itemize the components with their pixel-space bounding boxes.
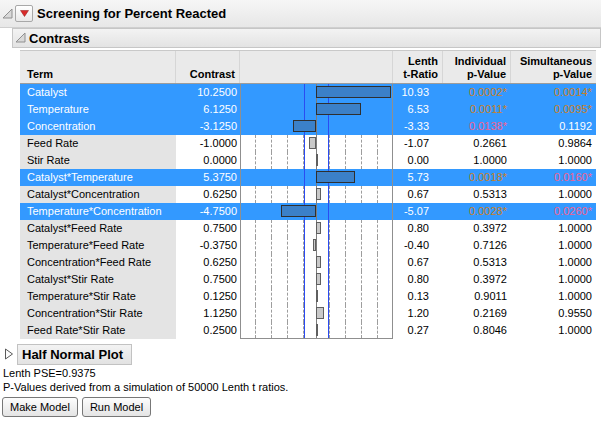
t-ratio-cell: 0.80	[393, 220, 443, 237]
contrast-cell: -1.0000	[176, 135, 240, 152]
half-normal-plot-section-header: Half Normal Plot	[2, 344, 132, 365]
individual-p-value-cell: 0.3972	[443, 271, 511, 288]
contrast-bar	[316, 188, 321, 200]
t-ratio-cell: 10.93	[393, 84, 443, 101]
plot-gridline	[361, 135, 362, 152]
contrasts-table-body: Catalyst10.250010.930.0002*0.0014*Temper…	[20, 84, 596, 339]
plot-gridline	[287, 220, 288, 237]
plot-gridline	[329, 152, 330, 169]
table-row[interactable]: Concentration*Feed Rate0.62500.670.53131…	[20, 254, 596, 271]
contrast-plot-cell	[240, 203, 393, 220]
term-cell: Catalyst*Stir Rate	[20, 271, 176, 288]
term-cell: Catalyst*Concentration	[20, 186, 176, 203]
term-cell: Temperature*Stir Rate	[20, 288, 176, 305]
report-title-bar: Screening for Percent Reacted	[0, 0, 601, 28]
disclosure-closed-icon[interactable]	[4, 346, 14, 364]
plot-gridline	[377, 322, 378, 338]
margin-of-error-line	[304, 237, 305, 254]
term-cell: Concentration*Stir Rate	[20, 305, 176, 322]
plot-gridline	[255, 135, 256, 152]
contrast-bar	[316, 256, 321, 268]
make-model-button[interactable]: Make Model	[2, 397, 78, 417]
plot-gridline	[345, 254, 346, 271]
contrast-cell: -0.3750	[176, 237, 240, 254]
plot-gridline	[271, 152, 272, 169]
half-normal-plot-title[interactable]: Half Normal Plot	[17, 344, 132, 365]
table-row[interactable]: Concentration*Stir Rate1.12501.200.21690…	[20, 305, 596, 322]
table-row[interactable]: Feed Rate*Stir Rate0.25000.270.80461.000…	[20, 322, 596, 339]
margin-of-error-line	[304, 305, 305, 322]
plot-gridline	[329, 220, 330, 237]
table-row[interactable]: Catalyst*Concentration0.62500.670.53131.…	[20, 186, 596, 203]
margin-of-error-line	[304, 101, 305, 118]
contrast-bar	[293, 120, 316, 132]
plot-gridline	[345, 152, 346, 169]
contrast-bar	[316, 290, 318, 302]
term-cell: Concentration*Feed Rate	[20, 254, 176, 271]
individual-p-value-cell: 0.0028*	[443, 203, 511, 220]
table-row[interactable]: Catalyst10.250010.930.0002*0.0014*	[20, 84, 596, 101]
contrast-cell: 0.1250	[176, 288, 240, 305]
t-ratio-cell: 6.53	[393, 101, 443, 118]
contrast-bar	[316, 222, 321, 234]
run-model-button[interactable]: Run Model	[82, 397, 151, 417]
plot-gridline	[377, 186, 378, 203]
contrast-cell: 0.0000	[176, 152, 240, 169]
term-cell: Temperature	[20, 101, 176, 118]
simultaneous-p-value-cell: 0.9864	[511, 135, 596, 152]
contrasts-section-header: Contrasts	[12, 28, 601, 48]
plot-gridline	[287, 322, 288, 338]
individual-p-value-cell: 0.5313	[443, 186, 511, 203]
disclosure-open-icon[interactable]	[2, 5, 13, 23]
contrast-bar	[316, 171, 355, 183]
table-row[interactable]: Temperature*Concentration-4.7500-5.070.0…	[20, 203, 596, 220]
t-ratio-cell: 0.27	[393, 322, 443, 339]
plot-gridline	[329, 271, 330, 288]
simultaneous-p-value-cell: 0.0260*	[511, 203, 596, 220]
margin-of-error-line	[304, 169, 305, 186]
t-ratio-cell: 5.73	[393, 169, 443, 186]
plot-gridline	[377, 305, 378, 322]
margin-of-error-line	[304, 271, 305, 288]
term-cell: Feed Rate	[20, 135, 176, 152]
contrast-bar	[313, 239, 316, 251]
table-row[interactable]: Catalyst*Stir Rate0.75000.800.39721.0000	[20, 271, 596, 288]
table-row[interactable]: Temperature*Stir Rate0.12500.130.90111.0…	[20, 288, 596, 305]
t-ratio-cell: -0.40	[393, 237, 443, 254]
contrast-cell: -3.1250	[176, 118, 240, 135]
table-row[interactable]: Catalyst*Temperature5.37505.730.0018*0.0…	[20, 169, 596, 186]
contrast-bar	[309, 137, 316, 149]
plot-gridline	[377, 135, 378, 152]
table-row[interactable]: Stir Rate0.00000.001.00001.0000	[20, 152, 596, 169]
table-row[interactable]: Feed Rate-1.0000-1.070.26610.9864	[20, 135, 596, 152]
col-header-simultaneous-p-value: Simultaneousp-Value	[511, 51, 596, 83]
red-triangle-menu-button[interactable]	[15, 5, 33, 22]
contrast-bar	[316, 86, 391, 98]
action-buttons: Make Model Run Model	[2, 397, 151, 417]
margin-of-error-line	[328, 305, 329, 322]
plot-gridline	[271, 135, 272, 152]
plot-gridline	[345, 288, 346, 305]
contrast-plot-cell	[240, 186, 393, 203]
lenth-pse-text: Lenth PSE=0.9375	[3, 367, 96, 379]
contrast-cell: 0.6250	[176, 186, 240, 203]
table-row[interactable]: Temperature*Feed Rate-0.3750-0.400.71261…	[20, 237, 596, 254]
table-row[interactable]: Temperature6.12506.530.0011*0.0095*	[20, 101, 596, 118]
margin-of-error-line	[304, 220, 305, 237]
individual-p-value-cell: 0.2169	[443, 305, 511, 322]
screening-report-window: Screening for Percent Reacted Contrasts …	[0, 0, 601, 425]
disclosure-open-icon[interactable]	[15, 29, 26, 47]
plot-gridline	[287, 237, 288, 254]
contrast-plot-cell	[240, 305, 393, 322]
table-row[interactable]: Catalyst*Feed Rate0.75000.800.39721.0000	[20, 220, 596, 237]
plot-gridline	[361, 220, 362, 237]
red-triangle-icon	[20, 10, 29, 17]
contrast-plot-cell	[240, 237, 393, 254]
plot-zero-line	[316, 203, 317, 220]
table-row[interactable]: Concentration-3.1250-3.330.0138*0.1192	[20, 118, 596, 135]
plot-gridline	[329, 305, 330, 322]
plot-gridline	[255, 186, 256, 203]
individual-p-value-cell: 0.5313	[443, 254, 511, 271]
col-header-lenth-t-ratio: Lentht-Ratio	[393, 51, 443, 83]
term-cell: Stir Rate	[20, 152, 176, 169]
